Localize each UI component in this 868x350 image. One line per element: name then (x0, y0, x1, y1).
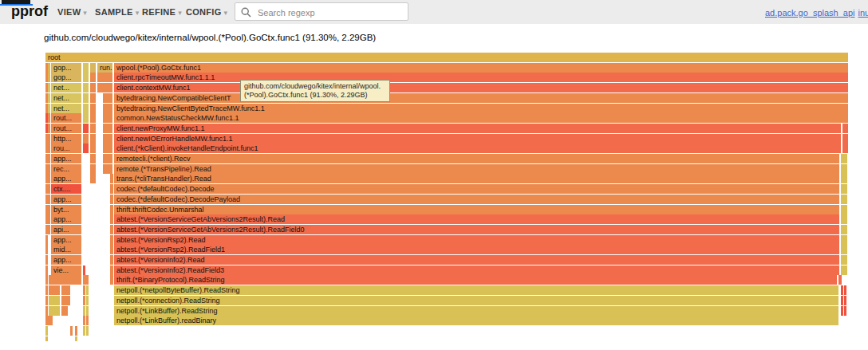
flame-cell[interactable] (48, 124, 50, 133)
flame-cell[interactable] (83, 275, 89, 285)
flame-frame[interactable]: client.rpcTimeoutMW.func1.1.1 (114, 73, 848, 82)
flame-frame[interactable]: trans.(*cliTransHandler).Read (114, 174, 839, 183)
flame-cell[interactable] (48, 104, 50, 113)
flame-frame[interactable]: abtest.(*VersionRsp2).ReadField1 (114, 245, 839, 254)
flame-frame[interactable]: netpoll.(*connection).ReadString (114, 296, 838, 305)
flame-frame[interactable]: codec.(*defaultCodec).DecodePayload (114, 195, 839, 204)
flame-cell[interactable] (75, 336, 77, 341)
flame-cell[interactable] (845, 144, 848, 153)
flame-cell[interactable] (90, 83, 96, 92)
flame-cell[interactable] (845, 134, 848, 144)
flame-frame[interactable]: abtest.(*VersionInfo2).ReadField3 (114, 265, 839, 275)
flame-frame[interactable]: app... (51, 154, 81, 163)
flame-cell[interactable] (83, 73, 89, 82)
flame-cell[interactable] (83, 113, 89, 123)
search-input[interactable] (256, 4, 403, 21)
flame-frame[interactable]: codec.(*defaultCodec).Decode (114, 184, 839, 194)
flame-cell[interactable] (61, 296, 70, 305)
flame-cell[interactable] (48, 174, 50, 183)
flame-cell[interactable] (48, 205, 50, 214)
flame-cell[interactable] (70, 326, 73, 336)
flame-frame[interactable]: net... (51, 83, 81, 92)
flame-frame[interactable]: vie... (51, 265, 81, 275)
flame-cell[interactable] (843, 205, 847, 214)
flame-frame[interactable]: rec... (51, 164, 81, 174)
flame-cell[interactable] (48, 83, 50, 92)
flame-frame[interactable]: wpool.(*Pool).GoCtx.func1 (114, 63, 848, 73)
flame-cell[interactable] (90, 144, 96, 153)
flame-frame[interactable]: remotecli.(*client).Recv (114, 154, 839, 163)
flame-cell[interactable] (90, 104, 96, 113)
flame-cell[interactable] (86, 306, 89, 316)
flame-frame[interactable]: mid... (51, 245, 81, 254)
flame-cell[interactable] (844, 306, 846, 316)
flame-cell[interactable] (110, 255, 113, 265)
flame-cell[interactable] (49, 306, 60, 316)
flame-cell[interactable] (103, 93, 112, 103)
flame-cell[interactable] (75, 326, 77, 336)
flame-frame[interactable]: rout... (51, 113, 81, 123)
flame-cell[interactable] (90, 164, 96, 174)
flame-cell[interactable] (90, 93, 96, 103)
menu-view[interactable]: VIEW▾ (57, 7, 87, 17)
flame-cell[interactable] (103, 113, 112, 123)
flame-cell[interactable] (841, 285, 843, 295)
flame-cell[interactable] (90, 174, 96, 183)
flame-cell[interactable] (83, 326, 85, 336)
flame-cell[interactable] (110, 174, 113, 183)
flame-cell[interactable] (90, 124, 96, 133)
flame-cell[interactable] (110, 225, 113, 234)
flame-cell[interactable] (103, 164, 112, 174)
flame-cell[interactable] (83, 296, 85, 305)
flame-frame[interactable]: remote.(*TransPipeline).Read (114, 164, 839, 174)
flame-cell[interactable] (48, 164, 50, 174)
flame-frame[interactable]: http... (51, 134, 81, 144)
flame-cell[interactable] (48, 73, 50, 82)
flame-cell[interactable] (90, 154, 96, 163)
flame-cell[interactable] (843, 174, 847, 183)
flame-frame[interactable]: app... (51, 174, 81, 183)
profile-file-link[interactable]: ad.pack.go_splash_api (765, 8, 855, 18)
flame-cell[interactable] (45, 285, 48, 295)
flame-cell[interactable] (45, 235, 48, 245)
flame-cell[interactable] (83, 124, 89, 133)
flame-cell[interactable] (103, 144, 112, 153)
flame-frame[interactable]: abtest.(*VersionServiceGetAbVersions2Res… (114, 214, 839, 224)
search-box[interactable] (235, 2, 408, 21)
flame-cell[interactable] (90, 63, 96, 73)
flame-cell[interactable] (97, 73, 112, 82)
flame-cell[interactable] (843, 235, 847, 245)
flame-cell[interactable] (83, 306, 85, 316)
flame-frame[interactable]: netpoll.(*netpollByteBuffer).ReadString (114, 285, 838, 295)
flame-frame[interactable]: abtest.(*VersionServiceGetAbVersions2Res… (114, 225, 839, 234)
flame-frame[interactable]: byt... (51, 205, 81, 214)
flame-cell[interactable] (86, 285, 89, 295)
flame-cell[interactable] (841, 306, 843, 316)
flame-cell[interactable] (838, 275, 842, 285)
flame-frame[interactable]: run... (97, 63, 112, 73)
flame-cell[interactable] (48, 144, 50, 153)
flame-cell[interactable] (843, 184, 847, 194)
flame-cell[interactable] (48, 195, 50, 204)
flame-frame[interactable]: app... (51, 235, 81, 245)
flame-cell[interactable] (86, 296, 89, 305)
flame-frame[interactable]: app... (51, 255, 81, 265)
flame-cell[interactable] (83, 104, 89, 113)
flame-cell[interactable] (110, 184, 113, 194)
flame-cell[interactable] (45, 336, 48, 341)
sample-type-link[interactable]: inuse_sp (858, 8, 868, 18)
flame-cell[interactable] (83, 93, 89, 103)
flame-cell[interactable] (61, 306, 68, 316)
flame-cell[interactable] (45, 265, 48, 275)
flame-cell[interactable] (45, 326, 48, 336)
flame-frame[interactable]: common.NewStatusCheckMW.func1.1 (114, 113, 848, 123)
flame-cell[interactable] (83, 134, 89, 144)
flame-cell[interactable] (45, 255, 48, 265)
flame-frame[interactable]: bytedtracing.NewClientBytedTraceMW.func1… (114, 104, 848, 113)
flame-frame[interactable]: ctx.... (51, 184, 81, 194)
flame-cell[interactable] (83, 316, 85, 325)
flame-cell[interactable] (110, 214, 113, 224)
flame-cell[interactable] (844, 296, 846, 305)
flame-cell[interactable] (843, 225, 847, 234)
flame-frame[interactable]: abtest.(*VersionRsp2).Read (114, 235, 839, 245)
